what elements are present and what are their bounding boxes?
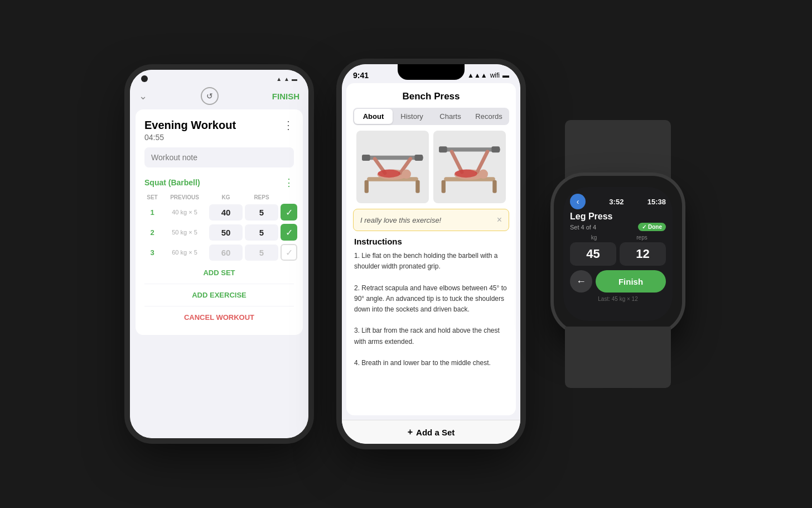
svg-point-9 bbox=[402, 170, 412, 179]
instructions-section: Instructions 1. Lie flat on the bench ho… bbox=[346, 237, 516, 415]
add-set-plus-icon: + bbox=[408, 427, 413, 437]
workout-title-row: Evening Workout ⋮ bbox=[144, 118, 294, 132]
svg-rect-16 bbox=[491, 146, 500, 152]
exercise-more-button[interactable]: ⋮ bbox=[284, 176, 294, 189]
set-kg-input[interactable] bbox=[209, 224, 243, 241]
tab-charts[interactable]: Charts bbox=[431, 109, 470, 124]
watch-set-info-text: Set 4 of 4 bbox=[570, 224, 596, 231]
set-previous: 50 kg × 5 bbox=[162, 229, 207, 236]
watch-inputs-row: 45 12 bbox=[570, 242, 666, 266]
back-chevron-icon: ‹ bbox=[577, 197, 579, 206]
workout-more-button[interactable]: ⋮ bbox=[283, 118, 294, 132]
svg-point-10 bbox=[378, 170, 400, 178]
watch-device-container: ‹ 3:52 15:38 Leg Press Set 4 of 4 ✓ Done… bbox=[554, 176, 682, 332]
svg-rect-1 bbox=[365, 180, 369, 193]
set-check-button[interactable]: ✓ bbox=[281, 244, 297, 261]
svg-rect-13 bbox=[492, 180, 496, 193]
watch-device: ‹ 3:52 15:38 Leg Press Set 4 of 4 ✓ Done… bbox=[554, 176, 682, 332]
col-kg: KG bbox=[209, 194, 243, 200]
set-kg-input[interactable] bbox=[209, 245, 243, 261]
refresh-button[interactable]: ↺ bbox=[201, 87, 219, 105]
col-set: SET bbox=[144, 194, 160, 200]
table-row: 2 50 kg × 5 ✓ bbox=[144, 224, 294, 241]
phone2-notch bbox=[398, 64, 465, 80]
battery-icon: ▬ bbox=[502, 71, 509, 79]
instructions-text: 1. Lie flat on the bench holding the bar… bbox=[354, 251, 508, 368]
wifi-icon: wifi bbox=[490, 71, 500, 79]
instructions-title: Instructions bbox=[354, 237, 508, 246]
workout-name: Evening Workout bbox=[144, 119, 236, 132]
cancel-workout-button[interactable]: CANCEL WORKOUT bbox=[144, 309, 294, 326]
svg-rect-12 bbox=[442, 180, 446, 193]
exercise-image-2 bbox=[433, 131, 506, 203]
svg-rect-15 bbox=[439, 146, 447, 152]
set-check-button[interactable]: ✓ bbox=[281, 204, 297, 221]
done-check-icon: ✓ bbox=[642, 224, 646, 230]
set-table: SET PREVIOUS KG REPS 1 40 kg × 5 ✓ bbox=[144, 193, 294, 261]
bench-press-svg-2 bbox=[436, 136, 503, 198]
workout-timer: 04:55 bbox=[144, 133, 294, 142]
set-reps-input[interactable] bbox=[245, 224, 278, 241]
svg-rect-2 bbox=[415, 180, 419, 193]
set-number: 2 bbox=[144, 228, 160, 237]
refresh-icon: ↺ bbox=[206, 92, 213, 100]
watch-band-top bbox=[565, 120, 671, 181]
watch-reps-input[interactable]: 12 bbox=[620, 242, 666, 266]
set-kg-input[interactable] bbox=[209, 204, 243, 221]
bench-press-svg-1 bbox=[359, 136, 426, 198]
add-exercise-button[interactable]: ADD EXERCISE bbox=[144, 286, 294, 304]
watch-screen: ‹ 3:52 15:38 Leg Press Set 4 of 4 ✓ Done… bbox=[563, 187, 673, 321]
table-row: 3 60 kg × 5 ✓ bbox=[144, 244, 294, 261]
set-check-button[interactable]: ✓ bbox=[281, 224, 297, 241]
done-label: Done bbox=[648, 224, 662, 230]
watch-done-badge: ✓ Done bbox=[638, 223, 666, 231]
watch-band-bottom bbox=[565, 327, 671, 388]
watch-kg-input[interactable]: 45 bbox=[570, 242, 616, 266]
watch-kg-label: kg bbox=[570, 234, 618, 241]
svg-rect-4 bbox=[362, 155, 370, 161]
phone1-status-bar: ▲▲▬ bbox=[130, 70, 308, 85]
watch-finish-button[interactable]: Finish bbox=[596, 270, 666, 293]
watch-back-button[interactable]: ‹ bbox=[570, 194, 586, 209]
signal-icon: ▲▲▲ bbox=[467, 71, 487, 79]
set-table-header: SET PREVIOUS KG REPS bbox=[144, 193, 294, 202]
svg-point-21 bbox=[455, 170, 477, 178]
workout-note-input[interactable] bbox=[144, 147, 294, 167]
add-set-bar[interactable]: + Add a Set bbox=[342, 420, 520, 444]
watch-clock: 15:38 bbox=[647, 198, 666, 206]
exercise-note-text: I really love this exercise! bbox=[360, 216, 441, 224]
finish-button[interactable]: FINISH bbox=[272, 92, 299, 101]
tab-records[interactable]: Records bbox=[470, 109, 508, 124]
svg-rect-14 bbox=[439, 147, 500, 151]
set-number: 3 bbox=[144, 248, 160, 257]
exercise-note-banner: I really love this exercise! × bbox=[353, 209, 509, 231]
set-reps-input[interactable] bbox=[245, 204, 278, 221]
add-set-button[interactable]: ADD SET bbox=[144, 264, 294, 281]
col-check bbox=[281, 194, 301, 200]
watch-input-labels: kg reps bbox=[570, 234, 666, 241]
phone1-header: ⌄ ↺ FINISH bbox=[130, 85, 308, 109]
phone2-exercise-card: Bench Press About History Charts Records bbox=[346, 83, 516, 415]
watch-buttons-row: ← Finish bbox=[570, 270, 666, 293]
exercise-image-1 bbox=[356, 131, 429, 203]
watch-last-set: Last: 45 kg × 12 bbox=[570, 296, 666, 302]
exercise-images bbox=[346, 131, 516, 209]
watch-set-info-row: Set 4 of 4 ✓ Done bbox=[570, 223, 666, 231]
phone1-camera bbox=[141, 75, 148, 82]
set-number: 1 bbox=[144, 208, 160, 217]
watch-prev-button[interactable]: ← bbox=[570, 270, 592, 293]
svg-line-19 bbox=[477, 152, 487, 172]
note-close-button[interactable]: × bbox=[497, 215, 502, 225]
svg-point-20 bbox=[479, 170, 489, 179]
tab-about[interactable]: About bbox=[354, 109, 393, 124]
exercise-header-row: Squat (Barbell) ⋮ bbox=[144, 176, 294, 189]
set-reps-input[interactable] bbox=[245, 245, 278, 261]
add-set-label: Add a Set bbox=[416, 428, 455, 437]
status-time: 9:41 bbox=[353, 71, 369, 80]
col-previous: PREVIOUS bbox=[162, 194, 207, 200]
exercise-name[interactable]: Squat (Barbell) bbox=[144, 178, 200, 187]
tab-history[interactable]: History bbox=[393, 109, 431, 124]
chevron-down-icon[interactable]: ⌄ bbox=[139, 90, 147, 102]
phone2-device: 9:41 ▲▲▲ wifi ▬ Bench Press About Histor… bbox=[342, 64, 520, 444]
back-arrow-icon: ← bbox=[576, 276, 586, 287]
